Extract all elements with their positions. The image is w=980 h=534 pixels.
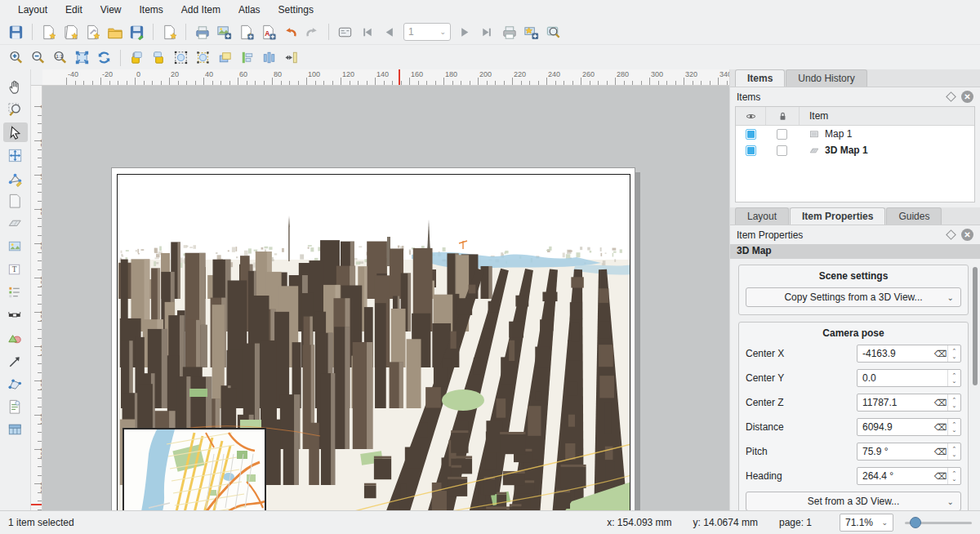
spinbox-input[interactable]: 0.0 ⌃⌄ [857,369,961,387]
menu-layout[interactable]: Layout [10,2,56,18]
next-feature-button[interactable] [454,21,476,42]
redo-button[interactable] [301,21,323,42]
ungroup-items-button[interactable] [192,47,214,69]
close-panel-icon[interactable]: ✕ [961,91,973,103]
export-svg-button[interactable] [235,21,257,42]
add-arrow-button[interactable]: undefined [3,351,28,371]
float-panel-icon[interactable] [946,229,956,240]
unlock-all-button[interactable] [148,47,170,69]
spinbox-input[interactable]: -4163.9 ⌫ ⌃⌄ [857,345,961,363]
lock-checkbox[interactable] [777,129,787,140]
spin-arrows[interactable]: ⌃⌄ [947,394,960,411]
print-atlas-button[interactable] [498,21,520,42]
distribute-items-button[interactable] [258,47,280,69]
properties-scrollbar[interactable] [973,265,978,505]
atlas-page-combo[interactable]: 1⌄ [403,23,451,41]
layout-manager-button[interactable] [82,21,104,42]
edit-nodes-tool-button[interactable] [3,168,28,188]
raise-items-button[interactable] [214,47,236,69]
table-row[interactable]: 3D Map 1 [736,142,974,158]
atlas-settings-button[interactable] [542,21,564,42]
lock-items-button[interactable] [126,47,148,69]
spin-arrows[interactable]: ⌃⌄ [947,345,960,362]
add-legend-button[interactable]: undefined [3,283,28,302]
lock-checkbox[interactable] [777,145,787,156]
zoom-slider-handle[interactable] [910,517,921,528]
add-html-button[interactable]: undefined [3,397,28,416]
resize-items-button[interactable] [280,47,302,69]
spinbox-input[interactable]: 11787.1 ⌫ ⌃⌄ [857,394,961,412]
clear-value-icon[interactable]: ⌫ [933,447,947,457]
table-row[interactable]: Map 1 [736,126,974,142]
3d-map-item[interactable] [117,174,630,510]
new-layout-button[interactable] [38,21,60,42]
clear-value-icon[interactable]: ⌫ [933,349,947,359]
clear-value-icon[interactable]: ⌫ [933,471,947,482]
spinbox-input[interactable]: 6094.9 ⌫ ⌃⌄ [857,418,961,436]
zoom-slider[interactable] [905,514,972,532]
add-scalebar-button[interactable]: undefined [3,305,28,325]
menu-view[interactable]: View [92,2,130,18]
spin-arrows[interactable]: ⌃⌄ [947,468,960,484]
align-items-button[interactable] [236,47,258,69]
spinbox-input[interactable]: 75.9 ° ⌫ ⌃⌄ [857,443,961,461]
spinbox-input[interactable]: 264.4 ° ⌫ ⌃⌄ [857,467,961,485]
clear-value-icon[interactable]: ⌫ [933,422,947,433]
add-page-button[interactable]: undefined [3,191,28,211]
spin-arrows[interactable]: ⌃⌄ [947,370,960,386]
float-panel-icon[interactable] [946,91,956,102]
zoom-tool-button[interactable] [3,100,28,119]
add-map-button[interactable]: undefined [3,214,28,234]
layout-canvas[interactable] [42,86,729,510]
undo-button[interactable] [279,21,301,42]
add-table-button[interactable]: undefined [3,420,28,439]
export-image-button[interactable] [213,21,235,42]
menu-items[interactable]: Items [131,2,172,18]
zoom-actual-button[interactable]: 1:1 [49,47,71,69]
tab-guides[interactable]: Guides [886,207,942,225]
export-atlas-button[interactable] [520,21,542,42]
add-picture-button[interactable]: undefined [3,237,28,256]
copy-settings-button[interactable]: Copy Settings from a 3D View... ⌄ [746,287,961,307]
duplicate-layout-button[interactable] [60,21,82,42]
set-from-3d-view-button[interactable]: Set from a 3D View... ⌄ [746,492,961,510]
group-items-button[interactable] [170,47,192,69]
pan-tool-button[interactable] [3,77,28,96]
spin-arrows[interactable]: ⌃⌄ [947,443,960,460]
add-node-item-button[interactable]: undefined [3,374,28,394]
tab-layout[interactable]: Layout [735,207,789,225]
add-label-button[interactable]: Tundefined [3,260,28,279]
add-shape-button[interactable]: undefined [3,328,28,348]
save-layout-button[interactable] [5,21,27,42]
select-move-tool-button[interactable] [3,122,28,142]
close-panel-icon[interactable]: ✕ [961,229,973,241]
visibility-checkbox[interactable] [746,145,756,156]
print-layout-button[interactable] [191,21,213,42]
page-settings-button[interactable] [158,21,180,42]
refresh-view-button[interactable] [93,47,115,69]
zoom-full-button[interactable] [71,47,93,69]
tab-item-properties[interactable]: Item Properties [790,207,885,225]
zoom-level-combo[interactable]: 71.1% ⌄ [840,514,893,532]
tab-undo-history[interactable]: Undo History [786,69,866,87]
zoom-in-button[interactable] [5,47,27,69]
visibility-checkbox[interactable] [746,129,756,140]
menu-settings[interactable]: Settings [270,2,322,18]
preview-atlas-button[interactable] [334,21,356,42]
menu-atlas[interactable]: Atlas [230,2,269,18]
clear-value-icon[interactable]: ⌫ [933,398,947,408]
first-feature-button[interactable] [356,21,378,42]
menu-bar: LayoutEditViewItemsAdd ItemAtlasSettings [0,0,980,20]
spin-arrows[interactable]: ⌃⌄ [947,419,960,435]
previous-feature-button[interactable] [378,21,400,42]
open-layout-button[interactable] [104,21,126,42]
menu-add-item[interactable]: Add Item [173,2,229,18]
map-item[interactable] [122,428,266,510]
last-feature-button[interactable] [476,21,498,42]
tab-items[interactable]: Items [735,69,785,87]
move-content-tool-button[interactable] [3,145,28,165]
export-pdf-button[interactable]: A [257,21,279,42]
menu-edit[interactable]: Edit [57,2,91,18]
zoom-out-button[interactable] [27,47,49,69]
save-as-layout-button[interactable] [126,21,148,42]
